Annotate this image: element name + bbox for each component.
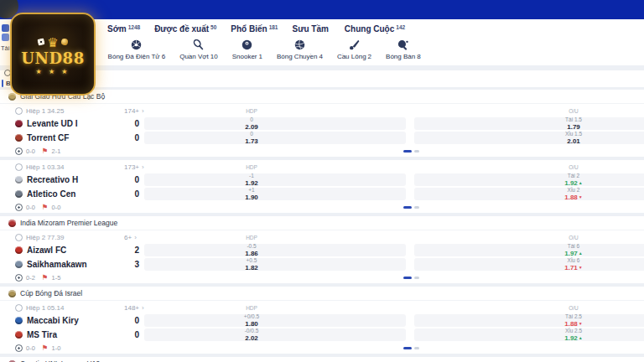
match-block: Hiệp 1 34.25174+HDPO/ULevante UD I002.09… bbox=[0, 104, 644, 157]
more-markets-link[interactable]: 148+ bbox=[124, 304, 144, 312]
team-score: 3 bbox=[122, 260, 139, 269]
sport-tennis[interactable]: Quần Vợt10 bbox=[179, 39, 218, 60]
team-crest-icon bbox=[15, 190, 23, 198]
odds-pager-indicator bbox=[403, 347, 419, 349]
brand-name: UND88 bbox=[21, 51, 84, 66]
hdp-odds-cell[interactable]: -0.51.86 bbox=[144, 244, 406, 256]
team-row: Aizawl FC2-0.51.86Tài 61.97 bbox=[0, 243, 644, 257]
brand-stars: ★ ★ ★ bbox=[36, 68, 70, 75]
ou-odds-cell[interactable]: Xỉu 1.52.01 bbox=[414, 132, 644, 144]
betting-app-screen: Sớm1248 Được đề xuất50 Phổ Biến181 Sưu T… bbox=[0, 0, 644, 362]
hdp-line-label: +0.5 bbox=[247, 258, 257, 264]
corner-flag-icon bbox=[42, 204, 49, 211]
ou-odds-cell[interactable]: Xỉu 2.51.92 bbox=[414, 328, 644, 341]
ball-icon bbox=[15, 274, 23, 282]
odds-pager-indicator bbox=[403, 206, 419, 209]
more-markets-link[interactable]: 173+ bbox=[124, 163, 144, 171]
match-stats-row: 0-00-0 bbox=[0, 201, 644, 213]
clock-icon bbox=[15, 234, 23, 241]
hdp-odds-cell[interactable]: -0/0.52.02 bbox=[144, 328, 406, 341]
team-crest-icon bbox=[15, 134, 23, 142]
hdp-odds-cell[interactable]: 01.73 bbox=[144, 132, 406, 144]
ou-odds-cell[interactable]: Xỉu 61.71 bbox=[414, 258, 644, 271]
sport-efootball[interactable]: Bóng Đá Điện Tử6 bbox=[108, 39, 166, 60]
match-stats-row: 0-02-1 bbox=[0, 145, 644, 157]
hdp-odds-value: 2.09 bbox=[245, 124, 258, 131]
ou-odds-cell[interactable]: Tài 61.97 bbox=[414, 244, 644, 256]
pager-dash bbox=[414, 150, 419, 153]
team-crest-icon bbox=[15, 120, 23, 127]
tab-pho-bien[interactable]: Phổ Biến181 bbox=[231, 24, 278, 34]
hdp-column-header: HDP bbox=[144, 164, 359, 170]
ou-line-label: Tài 2.5 bbox=[565, 314, 582, 320]
halftime-score: 0-0 bbox=[26, 344, 35, 352]
hdp-odds-value: 1.92 bbox=[245, 180, 258, 187]
section-accent-bar bbox=[2, 80, 3, 87]
market-tabs: Sớm1248 Được đề xuất50 Phổ Biến181 Sưu T… bbox=[0, 19, 644, 39]
team-name: MS Tira bbox=[27, 330, 57, 339]
tab-label: Phổ Biến bbox=[231, 24, 267, 34]
more-markets-link[interactable]: 6+ bbox=[124, 234, 137, 241]
hdp-odds-cell[interactable]: +0.51.82 bbox=[144, 258, 406, 271]
league-block: Cúp Bóng Đá IsraelHiệp 1 05.14148+HDPO/U… bbox=[0, 287, 644, 354]
hdp-column-header: HDP bbox=[144, 305, 359, 311]
tab-som[interactable]: Sớm1248 bbox=[107, 24, 140, 34]
tab-suu-tam[interactable]: Sưu Tầm bbox=[293, 24, 330, 34]
hdp-odds-cell[interactable]: +0/0.51.80 bbox=[144, 314, 406, 327]
sport-count: 10 bbox=[210, 53, 218, 60]
sport-volleyball[interactable]: Bóng Chuyền4 bbox=[277, 39, 323, 60]
sport-label: Bóng Bàn bbox=[386, 53, 415, 60]
hdp-odds-value: 1.90 bbox=[245, 194, 258, 201]
match-meta-row: Hiệp 1 05.14148+HDPO/U bbox=[0, 303, 644, 313]
corner-flag-icon bbox=[42, 344, 49, 352]
team-score: 2 bbox=[122, 246, 139, 255]
tab-count: 142 bbox=[396, 24, 405, 30]
crown-icon: ♛ bbox=[47, 36, 58, 49]
clock-icon bbox=[15, 304, 23, 312]
tab-duoc-de-xuat[interactable]: Được đề xuất50 bbox=[154, 24, 216, 34]
halftime-score: 0-2 bbox=[26, 274, 35, 282]
hdp-column-header: HDP bbox=[144, 108, 359, 114]
match-time-group: Hiệp 1 34.25 bbox=[15, 107, 64, 115]
match-period-time: Hiệp 1 05.14 bbox=[26, 304, 64, 312]
sport-label: Bóng Chuyền bbox=[277, 53, 317, 60]
pager-dash bbox=[414, 277, 419, 279]
ou-line-label: Tài 6 bbox=[568, 244, 579, 250]
league-icon bbox=[8, 220, 16, 227]
hdp-odds-cell[interactable]: -11.92 bbox=[144, 173, 406, 186]
hdp-line-label: -0.5 bbox=[247, 244, 256, 250]
ou-line-label: Xỉu 2.5 bbox=[565, 328, 582, 334]
odds-pager-indicator bbox=[403, 150, 419, 153]
team-score: 0 bbox=[122, 316, 139, 325]
halftime-score: 0-0 bbox=[26, 204, 35, 211]
sport-snooker[interactable]: Snooker1 bbox=[232, 39, 262, 60]
league-header: Giải Giao Hữu Câu Lạc Bộ bbox=[0, 90, 644, 104]
pager-dash-active bbox=[403, 150, 412, 153]
tab-count: 50 bbox=[210, 24, 216, 30]
league-name: Cúp Bóng Đá Israel bbox=[20, 289, 82, 297]
ball-icon bbox=[15, 147, 23, 155]
match-stats-row: 0-21-5 bbox=[0, 272, 644, 283]
tab-chung-cuoc[interactable]: Chung Cuộc142 bbox=[345, 24, 405, 34]
hdp-odds-cell[interactable]: 02.09 bbox=[144, 117, 406, 130]
ou-odds-cell[interactable]: Tài 1.51.79 bbox=[414, 117, 644, 130]
ou-odds-cell[interactable]: Tài 21.92 bbox=[414, 173, 644, 186]
sport-tabletennis[interactable]: Bóng Bàn8 bbox=[386, 39, 421, 60]
corners-count: 0-0 bbox=[51, 204, 60, 211]
sport-badminton[interactable]: Cầu Lông2 bbox=[337, 39, 371, 60]
corner-flag-icon bbox=[42, 147, 49, 155]
match-period-time: Hiệp 1 03.34 bbox=[26, 163, 64, 171]
sidebar-icon-fragment bbox=[2, 34, 9, 41]
hdp-column-header: HDP bbox=[144, 235, 359, 240]
ou-odds-value: 1.92 bbox=[564, 180, 583, 187]
match-meta-row: Hiệp 1 34.25174+HDPO/U bbox=[0, 106, 644, 116]
corners-count: 2-1 bbox=[51, 147, 60, 155]
ou-odds-cell[interactable]: Xỉu 21.88 bbox=[414, 188, 644, 200]
sport-count: 2 bbox=[368, 53, 371, 60]
team-name: Recreativo H bbox=[27, 175, 78, 184]
more-markets-link[interactable]: 174+ bbox=[124, 107, 144, 115]
ou-line-label: Xỉu 2 bbox=[568, 188, 580, 194]
league-header: India Mizoram Premier League bbox=[0, 216, 644, 230]
ou-odds-cell[interactable]: Tài 2.51.88 bbox=[414, 314, 644, 327]
hdp-odds-cell[interactable]: +11.90 bbox=[144, 188, 406, 200]
